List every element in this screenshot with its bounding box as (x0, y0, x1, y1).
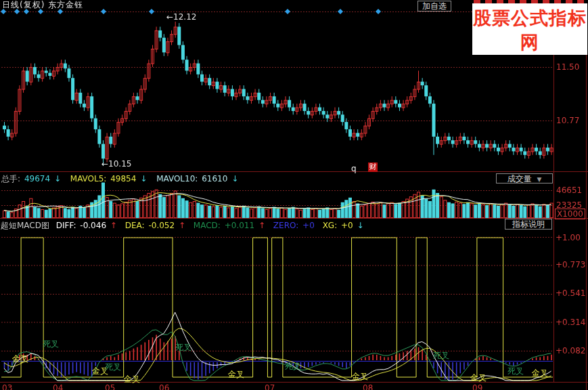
cross-label-jincha: 金叉 (532, 368, 548, 379)
diff-value: -0.046 (80, 221, 106, 230)
price-axis-label: 11.50 (556, 62, 579, 72)
up-arrow-icon: ↑ (258, 221, 265, 230)
right-axis-line (553, 9, 554, 383)
macd-axis-label: +0.541 (556, 288, 585, 298)
volume-axis-label: 46651 (556, 186, 582, 195)
zongshou-label: 总手: (1, 174, 20, 183)
up-arrow-icon: ↑ (110, 221, 117, 230)
indicator-help-button[interactable]: 指标说明 (505, 219, 552, 230)
mavol10-label: MAVOL10: (156, 174, 198, 183)
macd-axis-label: +0.082 (556, 346, 585, 355)
cross-label-jincha: 金叉 (228, 369, 244, 381)
volume-dropdown-label: 成交量 (507, 174, 532, 183)
month-axis-label: 03 (2, 383, 12, 390)
watermark-site-name: 股票公式指标网 (472, 6, 587, 55)
kline-chart-canvas[interactable] (0, 0, 588, 390)
macd-axis-label: +0.314 (556, 318, 585, 327)
down-arrow-icon: ↓ (357, 221, 364, 230)
cross-label-jincha: 金叉 (470, 372, 487, 384)
month-axis-label: 08 (363, 383, 373, 390)
macd-axis-label: +1.00 (556, 233, 581, 242)
zongshou-value: 49674 (24, 174, 50, 183)
volume-type-dropdown[interactable]: 成交量 ▼ (496, 173, 553, 183)
cross-label-sicha: 死叉 (507, 366, 524, 377)
price-axis-label: 10.77 (556, 116, 579, 125)
macd-label: MACD: (194, 221, 221, 230)
xg-label: XG: (323, 221, 338, 230)
volume-macd-divider (0, 218, 588, 219)
zero-label: ZERO: (273, 221, 298, 230)
xg-value: +0 (341, 221, 353, 230)
cross-label-sicha: 死叉 (105, 362, 121, 373)
macd-panel-label: 超短MACD图 (1, 221, 49, 230)
q-badge[interactable]: q (351, 164, 357, 173)
month-axis-label: 07 (265, 383, 275, 390)
dea-label: DEA: (125, 221, 145, 230)
diff-label: DIFF: (56, 221, 76, 230)
watermark-overlay: 股票公式指标网 www.gszx.com.cn (472, 3, 587, 55)
window-title: 日线(复权) 东方金钰 (2, 1, 83, 9)
dea-value: -0.052 (148, 221, 175, 230)
chevron-down-icon: ▼ (537, 176, 541, 183)
macd-header: 超短MACD图 DIFF: -0.046 ↑ DEA: -0.052 ↑ MAC… (1, 220, 365, 232)
cross-label-jincha: 金叉 (124, 374, 140, 385)
mavol5-label: MAVOL5: (70, 174, 107, 183)
bottom-axis-divider (0, 382, 588, 383)
add-watchlist-button[interactable]: 加自选 (417, 1, 451, 12)
cai-news-badge[interactable]: 财 (368, 162, 378, 172)
cross-label-sicha: 死叉 (285, 361, 301, 372)
down-arrow-icon: ↓ (140, 174, 147, 183)
volume-header: 总手: 49674 ↓ MAVOL5: 49854 ↓ MAVOL10: 616… (1, 173, 240, 185)
price-volume-divider (0, 171, 588, 172)
down-arrow-icon: ↓ (54, 174, 61, 183)
month-axis-label: 09 (472, 383, 482, 390)
zero-value: +0 (302, 221, 315, 230)
month-axis-label: 04 (53, 383, 63, 390)
volume-unit-label: X1000 (555, 209, 585, 219)
cross-label-sicha: 死叉 (433, 350, 449, 362)
up-arrow-icon: ↑ (179, 221, 185, 230)
down-arrow-icon: ↓ (231, 174, 238, 183)
macd-axis-label: +0.773 (556, 260, 585, 269)
month-axis-label: 05 (105, 383, 115, 390)
mavol5-value: 49854 (110, 174, 136, 183)
cross-label-jincha: 金叉 (12, 353, 28, 365)
month-axis-label: 06 (159, 383, 169, 390)
cross-label-sicha: 死叉 (175, 342, 191, 353)
cross-label-sicha: 死叉 (43, 339, 59, 350)
stock-app-window: 日线(复权) 东方金钰 加自选 股票公式指标网 www.gszx.com.cn … (0, 0, 588, 390)
right-border-line (586, 9, 587, 390)
peak-price-annotation: ←12.12 (166, 13, 196, 21)
mavol10-value: 61610 (202, 174, 227, 183)
cross-label-jincha: 金叉 (352, 371, 368, 383)
low-price-annotation: ←10.15 (101, 160, 131, 168)
macd-value: +0.011 (225, 221, 254, 230)
